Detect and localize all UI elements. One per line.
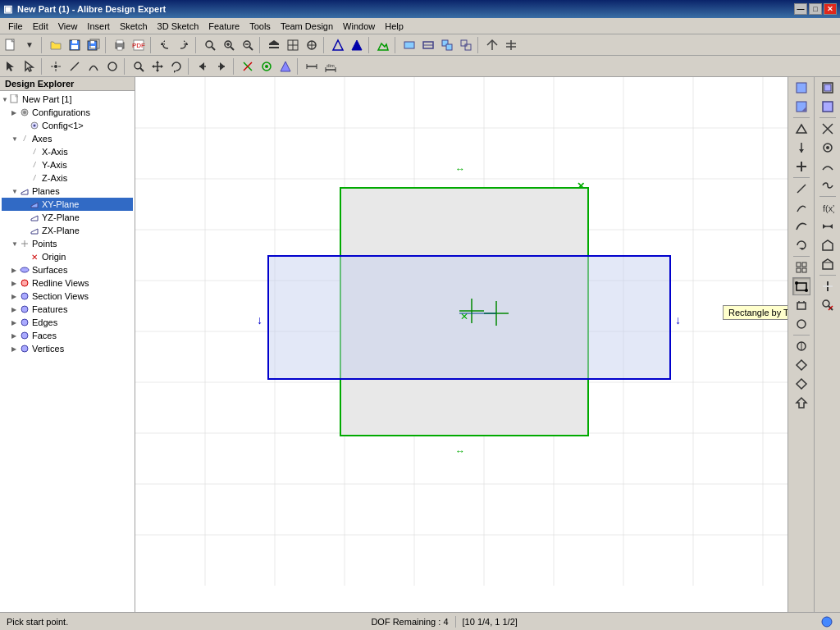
menu-view[interactable]: View — [53, 20, 83, 33]
tree-item-redline-views[interactable]: ▶ Redline Views — [2, 276, 133, 290]
tree-item-x-axis[interactable]: / X-Axis — [2, 145, 133, 158]
tree-item-faces[interactable]: ▶ Faces — [2, 329, 133, 342]
rt2-btn-5[interactable] — [819, 158, 837, 176]
menu-file[interactable]: File — [3, 20, 28, 33]
tb-btn-10[interactable] — [457, 36, 475, 54]
tb-btn-4[interactable] — [329, 36, 347, 54]
tree-item-origin[interactable]: ✕ Origin — [2, 250, 133, 263]
redo-button[interactable] — [175, 36, 193, 54]
minimize-button[interactable]: — — [794, 3, 807, 15]
line-tool[interactable] — [66, 57, 84, 75]
sketch-constraint-2[interactable] — [258, 57, 276, 75]
rt2-btn-11[interactable] — [819, 277, 837, 295]
tb-btn-3[interactable] — [303, 36, 321, 54]
tree-item-config1[interactable]: Config<1> — [2, 119, 133, 132]
select-button[interactable] — [2, 57, 20, 75]
tree-item-axes[interactable]: ▼ / Axes — [2, 132, 133, 145]
tb-btn-5[interactable] — [348, 36, 366, 54]
menu-window[interactable]: Window — [338, 20, 380, 33]
rt-btn-f[interactable] — [792, 394, 810, 412]
dimension-tool[interactable]: dim — [322, 57, 340, 75]
zoom-out-button[interactable] — [239, 36, 257, 54]
point-tool[interactable] — [47, 57, 65, 75]
save-all-button[interactable] — [84, 36, 103, 54]
tb-btn-9[interactable] — [438, 36, 456, 54]
rt-curve[interactable] — [792, 217, 810, 235]
rt-view-1[interactable] — [792, 79, 810, 97]
sketch-constraint-1[interactable] — [239, 57, 257, 75]
rt-nav-down[interactable] — [792, 139, 810, 157]
tree-item-surfaces[interactable]: ▶ Surfaces — [2, 263, 133, 276]
rt-btn-a[interactable] — [792, 296, 810, 314]
rotate-view[interactable] — [167, 57, 185, 75]
menu-sketch[interactable]: Sketch — [115, 20, 153, 33]
tb-btn-1[interactable] — [265, 36, 283, 54]
rt-add[interactable] — [792, 158, 810, 176]
save-button[interactable] — [66, 36, 84, 54]
undo-button[interactable] — [156, 36, 174, 54]
circle-tool[interactable] — [103, 57, 121, 75]
tree-item-section-views[interactable]: ▶ Section Views — [2, 290, 133, 303]
tree-item-y-axis[interactable]: / Y-Axis — [2, 158, 133, 171]
rt-line[interactable] — [792, 180, 810, 198]
tb-btn-6[interactable] — [374, 36, 392, 54]
rt2-btn-4[interactable] — [819, 139, 837, 157]
rt2-btn-3[interactable] — [819, 120, 837, 138]
menu-insert[interactable]: Insert — [82, 20, 115, 33]
rt-btn-d[interactable] — [792, 356, 810, 374]
menu-tools[interactable]: Tools — [244, 20, 276, 33]
rt-btn-b[interactable] — [792, 315, 810, 333]
menu-3dsketch[interactable]: 3D Sketch — [153, 20, 204, 33]
print-button[interactable] — [111, 36, 129, 54]
tb-btn-11[interactable] — [483, 36, 501, 54]
pan-tool[interactable] — [148, 57, 167, 75]
rt2-btn-9[interactable] — [819, 236, 837, 254]
tb-btn-7[interactable] — [400, 36, 418, 54]
rt2-btn-1[interactable] — [819, 79, 837, 97]
tree-item-planes[interactable]: ▼ Planes — [2, 185, 133, 198]
rt-rotate[interactable] — [792, 236, 810, 254]
tree-item-features[interactable]: ▶ Features — [2, 303, 133, 316]
zoom-tool[interactable] — [130, 57, 148, 75]
menu-edit[interactable]: Edit — [28, 20, 53, 33]
tree-item-edges[interactable]: ▶ Edges — [2, 316, 133, 329]
menu-help[interactable]: Help — [380, 20, 409, 33]
tree-item-vertices[interactable]: ▶ Vertices — [2, 342, 133, 355]
rt-view-2[interactable] — [792, 98, 810, 116]
tb-btn-8[interactable] — [419, 36, 437, 54]
rt-rect-two-corners[interactable] — [792, 277, 810, 295]
tree-item-zx-plane[interactable]: ZX-Plane — [2, 224, 133, 237]
tb-btn-2[interactable] — [284, 36, 302, 54]
rt-arc1[interactable] — [792, 199, 810, 217]
sketch-fill[interactable] — [276, 57, 294, 75]
rt-grid[interactable] — [792, 258, 810, 276]
tb-btn-12[interactable] — [502, 36, 520, 54]
canvas-area[interactable]: ✕ ✕ ↔ ↔ ↓ ↓ Rectangle by Two Corners — [135, 77, 788, 612]
rt-btn-c[interactable] — [792, 337, 810, 355]
new-dropdown[interactable]: ▼ — [21, 36, 39, 54]
sketch-select[interactable] — [21, 57, 39, 75]
tree-item-new-part[interactable]: ▼ New Part [1] — [2, 93, 133, 106]
tree-item-configurations[interactable]: ▶ Configurations — [2, 106, 133, 119]
arrow-right[interactable] — [212, 57, 231, 75]
titlebar-controls[interactable]: — □ ✕ — [794, 3, 837, 15]
tree-item-points[interactable]: ▼ Points — [2, 237, 133, 250]
menu-feature[interactable]: Feature — [203, 20, 244, 33]
rt-btn-e[interactable] — [792, 375, 810, 393]
new-button[interactable] — [2, 36, 20, 54]
rt2-btn-6[interactable] — [819, 176, 837, 194]
rt2-btn-2[interactable] — [819, 98, 837, 116]
maximize-button[interactable]: □ — [809, 3, 822, 15]
arc-tool[interactable] — [84, 57, 103, 75]
tree-item-z-axis[interactable]: / Z-Axis — [2, 171, 133, 185]
measure-tool[interactable] — [303, 57, 321, 75]
close-button[interactable]: ✕ — [824, 3, 837, 15]
rt2-btn-12[interactable] — [819, 296, 837, 314]
arrow-left[interactable] — [194, 57, 212, 75]
tree-item-xy-plane[interactable]: XY-Plane — [2, 198, 133, 211]
rt2-btn-7[interactable]: f(x) — [819, 199, 837, 217]
zoom-in-button[interactable] — [220, 36, 238, 54]
open-button[interactable] — [47, 36, 65, 54]
menu-teamdesign[interactable]: Team Design — [276, 20, 338, 33]
export-button[interactable]: PDF — [130, 36, 148, 54]
